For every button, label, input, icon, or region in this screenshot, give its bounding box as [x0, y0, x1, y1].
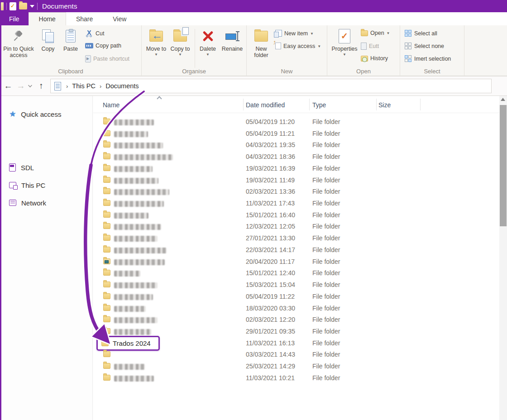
scroll-up-icon[interactable]	[501, 98, 505, 101]
new-item-button[interactable]: New item ▼	[275, 30, 314, 37]
ribbon-group-select: Select all Select none Imert selection S…	[400, 25, 464, 76]
copy-button[interactable]: Copy	[38, 28, 58, 52]
tab-home[interactable]: Home	[29, 12, 66, 25]
sidebar-item-this-pc[interactable]: This PC	[9, 179, 45, 191]
file-row[interactable]: 05/04/2019 11:20File folder	[93, 116, 499, 128]
file-row[interactable]: 25/03/2021 14:29File folder	[93, 361, 499, 372]
easy-access-button[interactable]: Easy access ▼	[275, 43, 321, 49]
type-cell: File folder	[312, 374, 340, 382]
redacted-file-name	[114, 271, 140, 277]
title-bar: Documents	[0, 0, 507, 12]
type-cell: File folder	[312, 339, 340, 347]
properties-button[interactable]: Properties ▼	[331, 28, 358, 57]
file-row[interactable]: 19/03/2021 16:39File folder	[93, 163, 499, 175]
file-row[interactable]: 19/03/2021 11:49File folder	[93, 175, 499, 186]
file-row[interactable]: Trados 202411/03/2021 16:13File folder	[93, 338, 499, 349]
file-row[interactable]: 02/03/2021 12:20File folder	[93, 314, 499, 326]
date-modified-cell: 19/03/2021 11:49	[246, 177, 295, 184]
file-row[interactable]: 02/03/2021 13:36File folder	[93, 186, 499, 198]
column-header-name[interactable]: Name	[103, 101, 120, 109]
file-row[interactable]: 20/04/2020 11:17File folder	[93, 256, 499, 268]
network-icon	[9, 200, 16, 206]
type-cell: File folder	[312, 351, 340, 358]
type-cell: File folder	[312, 211, 340, 219]
forward-button[interactable]: →	[14, 81, 27, 91]
date-modified-cell: 11/03/2021 17:43	[246, 200, 295, 207]
dropdown-caret: ▼	[154, 52, 158, 57]
dropdown-caret: ▼	[317, 44, 321, 48]
tab-view[interactable]: View	[103, 12, 136, 25]
column-header-type[interactable]: Type	[312, 101, 326, 109]
edit-button[interactable]: Eutt	[361, 43, 379, 50]
move-to-button[interactable]: ← Move to ▼	[145, 28, 167, 57]
file-row[interactable]: 11/03/2021 17:43File folder	[93, 198, 499, 210]
paste-shortcut-button[interactable]: Paste shortcut	[85, 55, 129, 62]
rename-button[interactable]: Renaine	[220, 28, 245, 52]
new-folder-icon[interactable]	[19, 3, 27, 10]
file-row[interactable]: 27/01/2021 13:30File folder	[93, 233, 499, 244]
folder-icon	[101, 340, 109, 346]
sort-ascending-icon[interactable]	[157, 96, 162, 101]
select-all-button[interactable]: Select all	[405, 30, 437, 37]
sidebar-item-sdl[interactable]: SDL	[9, 162, 34, 173]
breadcrumb-documents[interactable]: Documents	[105, 82, 139, 90]
dropdown-caret: ▼	[343, 52, 346, 57]
date-modified-cell: 04/03/2021 18:36	[246, 153, 295, 160]
dropdown-caret: ▼	[206, 52, 210, 57]
file-rows: 05/04/2019 11:20File folder05/04/2019 11…	[93, 116, 499, 384]
copy-path-button[interactable]: Copy path	[85, 43, 121, 49]
scissors-icon	[85, 30, 93, 37]
scrollbar-thumb[interactable]	[500, 105, 507, 226]
history-button[interactable]: History	[361, 55, 388, 62]
properties-icon[interactable]	[10, 2, 16, 10]
recent-locations-chevron-icon[interactable]	[28, 83, 32, 87]
up-button[interactable]: ↑	[35, 81, 48, 91]
file-row[interactable]: 22/03/2021 14:17File folder	[93, 244, 499, 256]
file-row[interactable]: 18/03/2020 03:30File folder	[93, 303, 499, 315]
chevron-down-icon[interactable]	[30, 5, 34, 8]
window-border-left	[0, 12, 1, 420]
back-button[interactable]: ←	[2, 81, 14, 91]
window-title: Documents	[42, 2, 77, 10]
shared-folder-icon	[103, 258, 110, 264]
column-header-size[interactable]: Size	[378, 101, 391, 109]
date-modified-cell: 11/03/2021 16:13	[246, 339, 295, 347]
invert-selection-button[interactable]: Imert selection	[405, 55, 451, 62]
column-header-date-modified[interactable]: Date modified	[246, 101, 285, 109]
ribbon: Pin to Quick access Copy Paste Cut Copy …	[0, 25, 507, 76]
tab-share[interactable]: Share	[66, 12, 103, 25]
redacted-file-name	[114, 143, 163, 148]
file-row[interactable]: 15/03/2021 15:04File folder	[93, 279, 499, 291]
cut-button[interactable]: Cut	[85, 30, 104, 37]
file-row[interactable]: 05/04/2019 11:22File folder	[93, 291, 499, 303]
pin-to-quick-access-button[interactable]: Pin to Quick access	[1, 28, 36, 59]
redacted-file-name	[114, 248, 167, 253]
type-cell: File folder	[312, 281, 340, 288]
copy-to-button[interactable]: Copy to ▼	[169, 28, 191, 57]
folder-icon	[103, 375, 110, 381]
breadcrumb-this-pc[interactable]: This PC	[72, 82, 96, 90]
edit-page-icon	[361, 43, 367, 50]
type-cell: File folder	[312, 234, 340, 242]
date-modified-cell: 19/03/2021 16:39	[246, 165, 295, 172]
open-button[interactable]: Open ▼	[361, 30, 390, 36]
file-row[interactable]: 05/04/2019 11:21File folder	[93, 128, 499, 140]
sidebar-item-quick-access[interactable]: ★ Quick access	[9, 108, 61, 120]
paste-button[interactable]: Paste	[60, 28, 81, 52]
file-row[interactable]: 12/03/2021 12:05File folder	[93, 221, 499, 233]
sidebar-item-network[interactable]: Network	[9, 197, 46, 209]
file-row[interactable]: 11/03/2021 10:21File folder	[93, 372, 499, 384]
file-row[interactable]: 04/03/2021 18:36File folder	[93, 151, 499, 163]
vertical-scrollbar[interactable]	[499, 96, 507, 420]
file-row[interactable]: 15/01/2021 16:40File folder	[93, 210, 499, 221]
file-row[interactable]: 04/03/2021 19:35File folder	[93, 139, 499, 151]
file-name[interactable]: Trados 2024	[113, 339, 151, 347]
redacted-file-name	[114, 189, 169, 195]
address-bar[interactable]: › This PC › Documents	[50, 79, 492, 93]
file-row[interactable]: 15/01/2021 12:40File folder	[93, 267, 499, 279]
tab-file[interactable]: File	[0, 12, 29, 25]
select-none-button[interactable]: Select none	[405, 43, 444, 50]
delete-button[interactable]: Dalete ▼	[197, 28, 219, 57]
file-row[interactable]: 03/03/2021 14:43File folder	[93, 349, 499, 361]
new-folder-button[interactable]: New folder	[250, 28, 273, 59]
